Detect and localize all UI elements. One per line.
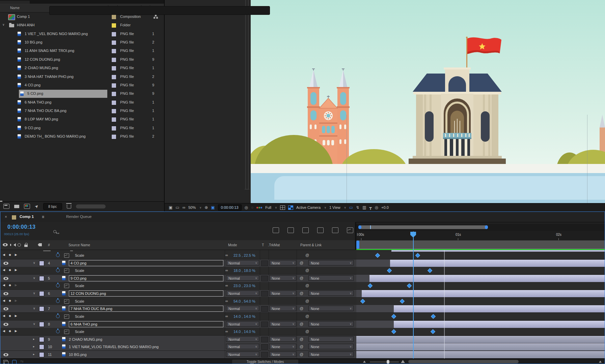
label-swatch[interactable] (111, 126, 116, 131)
parent-pickwhip-icon[interactable]: @ (300, 322, 303, 326)
parent-pickwhip-icon[interactable]: @ (300, 306, 303, 310)
graph-icon[interactable] (64, 314, 69, 319)
t-switch[interactable] (261, 260, 268, 266)
link-icon[interactable]: ∞ (225, 299, 228, 303)
draft-3d-icon[interactable] (287, 227, 294, 233)
motion-blur-icon[interactable] (332, 227, 338, 233)
timeline-property-row[interactable]: ◀◆▶Scale∞22.5 , 22.5 %@ (0, 252, 605, 259)
layer-color-swatch[interactable] (39, 344, 44, 349)
parent-dropdown[interactable]: None∨ (308, 290, 354, 296)
column-name[interactable]: Name (10, 6, 20, 10)
blend-mode-dropdown[interactable]: Normal∨ (226, 290, 259, 296)
parent-pickwhip-icon[interactable]: @ (300, 344, 303, 348)
project-row[interactable]: 3 NHA HAT THANH PHO.pngPNG file2 (0, 73, 164, 81)
timeline-property-row[interactable]: ◀◆▶Scale∞23.0 , 23.0 %@ (0, 282, 605, 290)
trkmat-dropdown[interactable]: None∨ (269, 260, 296, 265)
transparency-grid-active-icon[interactable] (288, 205, 293, 210)
layer-color-swatch[interactable] (39, 337, 44, 342)
track-area[interactable] (356, 282, 605, 289)
lock-column-icon[interactable] (24, 245, 28, 247)
keyframe-navigator[interactable]: ◀◆▶ (3, 268, 24, 272)
keyframe-navigator[interactable]: ◀◆▶ (3, 283, 24, 287)
t-switch[interactable] (261, 337, 268, 342)
layer-duration-bar[interactable] (394, 321, 605, 328)
audio-column-icon[interactable] (13, 243, 16, 247)
new-folder-icon[interactable] (14, 205, 19, 208)
current-time-indicator-line[interactable] (413, 231, 414, 359)
blend-mode-dropdown[interactable]: Normal∨ (226, 352, 259, 357)
monitor-icon[interactable]: ▭ (175, 205, 179, 210)
scale-value[interactable]: 18.0 , 18.0 % (233, 269, 255, 273)
parent-dropdown[interactable]: None∨ (308, 321, 354, 327)
parent-dropdown[interactable]: None∨ (308, 336, 354, 342)
scale-value[interactable]: 14.0 , 14.0 % (233, 314, 255, 318)
label-swatch[interactable] (111, 109, 116, 114)
project-row[interactable]: 1 VIET _VEL BONG NGO MARIO.pngPNG file1 (0, 30, 164, 38)
layer-name[interactable]: 12 CON DUONG.png (69, 290, 223, 297)
solo-column-icon[interactable] (18, 243, 21, 247)
project-row[interactable]: 11 ANH SNAG MAT TROI.pngPNG file1 (0, 47, 164, 55)
project-row-selected[interactable]: 5 CO.pngPNG file9 (0, 90, 164, 98)
layer-name[interactable]: 6 NHA THO.png (69, 321, 223, 327)
parent-dropdown[interactable]: None∨ (308, 344, 354, 349)
property-label[interactable]: Scale (75, 253, 84, 257)
label-swatch[interactable] (111, 91, 116, 96)
stopwatch-icon[interactable] (56, 253, 60, 257)
panel-menu-icon[interactable]: ≡ (42, 215, 44, 219)
reset-exposure-icon[interactable]: ◎ (375, 205, 378, 210)
stopwatch-icon[interactable] (56, 269, 60, 272)
timeline-property-row[interactable]: ◀◆▶Scale∞54.0 , 54.0 %@ (0, 298, 605, 305)
blend-mode-dropdown[interactable]: Normal∨ (226, 260, 259, 265)
layer-name[interactable]: 2 CHAO MUNG.png (69, 337, 221, 341)
timeline-layer-row[interactable]: ∨612 CON DUONG.pngNormal∨None∨@None∨ (0, 290, 605, 298)
parent-pickwhip-icon[interactable]: @ (300, 352, 303, 356)
video-column-icon[interactable] (3, 243, 8, 246)
t-switch[interactable] (261, 291, 268, 297)
timeline-layer-row[interactable]: ▸1110 BG.pngNormal∨None∨@None∨ (0, 351, 605, 359)
timeline-layer-row[interactable]: ∨59 CO.pngNormal∨None∨@None∨ (0, 275, 605, 282)
new-composition-icon[interactable] (24, 204, 30, 209)
blend-mode-dropdown[interactable]: Normal∨ (226, 275, 259, 281)
t-switch[interactable] (261, 306, 268, 312)
expand-chevron[interactable]: ∨ (2, 23, 5, 26)
project-row[interactable]: 2 CHAO MUNG.pngPNG file1 (0, 64, 164, 73)
label-swatch[interactable] (111, 40, 116, 45)
link-icon[interactable]: ∞ (225, 329, 228, 333)
layer-duration-bar[interactable] (356, 351, 605, 358)
fast-previews-icon[interactable]: ↯ (356, 205, 359, 210)
channel-goggles-icon[interactable]: ∞ (183, 205, 186, 210)
shy-layers-icon[interactable] (302, 227, 309, 233)
column-parent-link[interactable]: Parent & Link (300, 243, 322, 247)
always-preview-icon[interactable]: ▣ (169, 205, 172, 210)
item-name[interactable]: 2 CHAO MUNG.png (25, 66, 58, 70)
parent-dropdown[interactable]: None∨ (308, 260, 354, 265)
composition-viewer[interactable] (251, 0, 605, 203)
label-swatch[interactable] (111, 134, 116, 139)
work-area-bar[interactable] (356, 240, 605, 249)
trkmat-dropdown[interactable]: None∨ (269, 344, 296, 349)
t-switch[interactable] (261, 321, 268, 327)
layer-duration-bar[interactable] (362, 290, 605, 297)
label-swatch[interactable] (111, 32, 116, 37)
layer-name[interactable]: 9 CO.png (69, 275, 223, 281)
region-of-interest-icon[interactable]: ▣ (211, 205, 215, 210)
label-swatch[interactable] (111, 75, 116, 80)
scale-value[interactable]: 22.5 , 22.5 % (233, 253, 255, 257)
item-name[interactable]: DEMO TH_ BONG NGO MARIO.png (25, 134, 86, 138)
graph-icon[interactable] (64, 299, 69, 304)
parent-dropdown[interactable]: None∨ (308, 352, 354, 357)
label-swatch[interactable] (111, 100, 116, 105)
pickwhip-icon[interactable]: @ (305, 299, 309, 303)
zoom-out-mountain-icon[interactable] (363, 361, 366, 363)
parent-pickwhip-icon[interactable]: @ (300, 291, 303, 295)
exposure-value[interactable]: +0.0 (381, 205, 389, 209)
in-out-columns-icon[interactable]: ↑↓ (20, 359, 24, 363)
layer-color-swatch[interactable] (39, 291, 44, 296)
item-name[interactable]: 9 CO.png (25, 126, 40, 130)
property-label[interactable]: Scale (75, 284, 84, 288)
time-ruler[interactable]: l:00s 01s 02s (356, 231, 605, 241)
item-name[interactable]: HINH ANH (17, 23, 35, 27)
expand-chevron[interactable]: ∨ (33, 307, 35, 310)
timeline-layer-row[interactable]: ∨86 NHA THO.pngNormal∨None∨@None∨ (0, 320, 605, 328)
expand-chevron[interactable]: ∨ (33, 276, 35, 280)
